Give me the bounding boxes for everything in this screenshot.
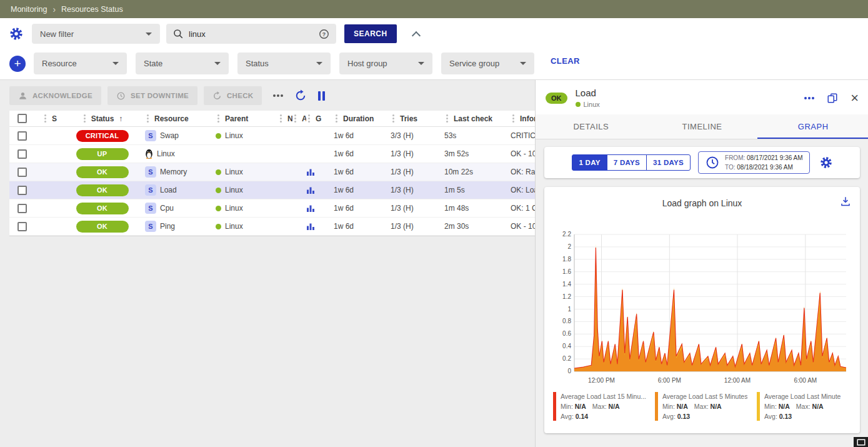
clear-filters-button[interactable]: CLEAR: [551, 56, 580, 66]
toolbar-button-acknowledge[interactable]: ACKNOWLEDGE: [9, 86, 101, 105]
toolbar-button-set-downtime[interactable]: SET DOWNTIME: [107, 86, 197, 105]
table-row[interactable]: OKSCpuLinux1w 6d1/3 (H)1m 48sOK: 1 C: [9, 199, 535, 218]
drag-handle-icon[interactable]: [512, 118, 514, 119]
copy-link-icon[interactable]: [827, 93, 838, 104]
search-box[interactable]: ?: [166, 24, 336, 44]
tab-graph[interactable]: GRAPH: [757, 114, 868, 139]
date-range-picker[interactable]: FROM: 08/17/2021 9:36 AM TO: 08/18/2021 …: [698, 151, 810, 174]
column-header-parent[interactable]: Parent: [209, 114, 278, 123]
row-checkbox[interactable]: [17, 149, 27, 159]
drag-handle-icon[interactable]: [308, 118, 310, 119]
filter-criteria-service-group[interactable]: Service group: [441, 53, 534, 74]
status-badge[interactable]: OK: [76, 221, 129, 233]
column-header-status[interactable]: Status↑: [66, 114, 139, 123]
search-input[interactable]: [189, 29, 313, 39]
breadcrumb-item-resources-status[interactable]: Resources Status: [61, 5, 123, 14]
drag-handle-icon[interactable]: [446, 118, 448, 119]
table-row[interactable]: UPLinux1w 6d1/3 (H)3m 52sOK - 10: [9, 145, 535, 163]
status-badge[interactable]: OK: [76, 203, 129, 214]
status-badge[interactable]: CRITICAL: [76, 130, 129, 142]
column-header-g[interactable]: G: [306, 114, 325, 123]
table-row[interactable]: OKSMemoryLinux1w 6d1/3 (H)10m 22sOK: Ra: [9, 163, 535, 181]
load-graph-chart[interactable]: 00.20.40.60.811.21.41.61.822.212:00 PM6:…: [553, 228, 851, 388]
pause-autorefresh-icon[interactable]: [318, 91, 325, 101]
row-information-cell: OK: Loa: [503, 186, 535, 194]
status-badge[interactable]: OK: [76, 184, 129, 196]
legend-item-average-load-last-15-minu[interactable]: Average Load Last 15 Minu...Min: N/AMax:…: [553, 392, 647, 421]
range-button-7-days[interactable]: 7 DAYS: [607, 154, 647, 171]
drag-handle-icon[interactable]: [217, 118, 219, 119]
filter-settings-gear-icon[interactable]: [9, 27, 23, 41]
drag-handle-icon[interactable]: [84, 118, 86, 119]
graph-icon[interactable]: [306, 186, 315, 194]
collapse-filters-chevron-up-icon[interactable]: [412, 31, 421, 39]
table-row[interactable]: CRITICALSSwapLinux1w 6d3/3 (H)53sCRITIC: [9, 127, 535, 145]
panel-more-icon[interactable]: [804, 97, 807, 99]
fullscreen-icon[interactable]: [854, 437, 868, 447]
column-header-resource[interactable]: Resource: [139, 114, 209, 123]
drag-handle-icon[interactable]: [392, 118, 394, 119]
row-checkbox[interactable]: [17, 131, 27, 141]
saved-filter-select[interactable]: New filter: [32, 24, 160, 44]
column-header-duration[interactable]: Duration: [325, 114, 384, 123]
tab-timeline[interactable]: TIMELINE: [647, 114, 758, 139]
row-checkbox[interactable]: [17, 204, 27, 213]
sort-asc-icon[interactable]: ↑: [119, 114, 122, 123]
row-resource-cell[interactable]: SMemory: [139, 166, 209, 178]
range-button-1-day[interactable]: 1 DAY: [572, 154, 607, 171]
column-header-tries[interactable]: Tries: [384, 114, 434, 123]
column-header-information[interactable]: Information: [503, 114, 535, 123]
column-header-s[interactable]: S: [34, 114, 66, 123]
graph-icon[interactable]: [306, 204, 315, 213]
row-resource-cell[interactable]: Linux: [139, 149, 209, 159]
details-panel: OK Load Linux ×: [535, 80, 868, 447]
row-resource-cell[interactable]: SCpu: [139, 203, 209, 214]
service-icon: S: [145, 184, 156, 196]
last_check-value: 1m 5s: [444, 186, 465, 194]
panel-header-icons: ×: [804, 93, 859, 104]
row-checkbox[interactable]: [17, 186, 27, 195]
column-header-a[interactable]: A: [292, 114, 306, 123]
help-icon[interactable]: ?: [318, 28, 330, 40]
select-all-checkbox[interactable]: [17, 114, 27, 123]
add-filter-plus-button[interactable]: +: [9, 56, 26, 72]
column-header-last_check[interactable]: Last check: [434, 114, 503, 123]
drag-handle-icon[interactable]: [44, 118, 46, 119]
graph-settings-gear-icon[interactable]: [820, 156, 832, 169]
table-row[interactable]: OKSPingLinux1w 6d1/3 (H)2m 30sOK - 10: [9, 218, 535, 236]
range-button-31-days[interactable]: 31 DAYS: [646, 154, 691, 171]
filter-criteria-state[interactable]: State: [136, 53, 229, 74]
filter-criteria-resource[interactable]: Resource: [34, 53, 127, 74]
more-actions-icon[interactable]: [273, 94, 276, 97]
row-checkbox[interactable]: [17, 168, 27, 177]
graph-icon[interactable]: [306, 168, 315, 176]
toolbar-button-check[interactable]: CHECK: [204, 86, 262, 105]
resource-name: Cpu: [160, 204, 174, 213]
table-row[interactable]: OKSLoadLinux1w 6d1/3 (H)1m 5sOK: Loa: [9, 181, 535, 199]
filter-criteria-host-group[interactable]: Host group: [339, 53, 432, 74]
close-panel-icon[interactable]: ×: [851, 93, 859, 104]
status-badge[interactable]: UP: [76, 148, 129, 160]
status-badge[interactable]: OK: [76, 166, 129, 178]
filter-criteria-status[interactable]: Status: [237, 53, 331, 74]
row-checkbox[interactable]: [17, 222, 27, 231]
legend-item-average-load-last-minute[interactable]: Average Load Last MinuteMin: N/AMax: N/A…: [757, 392, 851, 421]
search-button[interactable]: SEARCH: [344, 24, 397, 43]
row-resource-cell[interactable]: SLoad: [139, 184, 209, 196]
row-parent-cell: Linux: [209, 168, 278, 176]
drag-handle-icon[interactable]: [294, 118, 296, 119]
graph-icon[interactable]: [306, 222, 315, 231]
drag-handle-icon[interactable]: [147, 118, 149, 119]
tab-details[interactable]: DETAILS: [536, 114, 647, 139]
row-resource-cell[interactable]: SSwap: [139, 130, 209, 141]
download-graph-icon[interactable]: [840, 196, 851, 207]
drag-handle-icon[interactable]: [280, 118, 282, 119]
breadcrumb-item-monitoring[interactable]: Monitoring: [11, 5, 47, 14]
column-header-n[interactable]: N: [278, 114, 292, 123]
row-resource-cell[interactable]: SPing: [139, 221, 209, 232]
column-header-select[interactable]: [9, 114, 34, 123]
legend-item-average-load-last-5-minutes[interactable]: Average Load Last 5 MinutesMin: N/AMax: …: [655, 392, 749, 421]
refresh-icon[interactable]: [294, 89, 307, 102]
parent-status-dot-icon: [216, 169, 221, 175]
drag-handle-icon[interactable]: [336, 118, 337, 119]
